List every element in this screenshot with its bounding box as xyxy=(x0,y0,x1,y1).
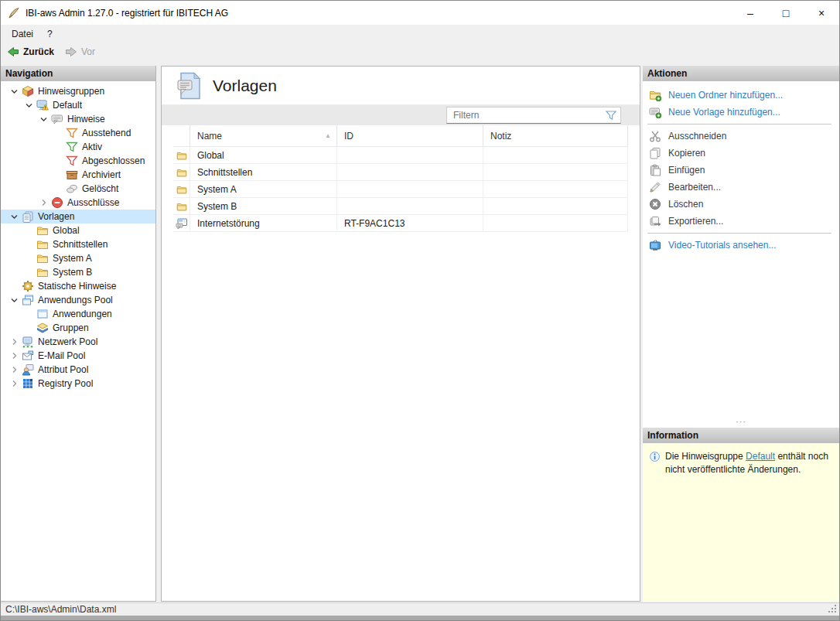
nav-item-aktiv[interactable]: Aktiv xyxy=(1,140,155,154)
panel-splitter[interactable]: ··· xyxy=(643,419,839,428)
chevron-right-icon[interactable] xyxy=(7,336,22,348)
nav-item-netzwerk-pool[interactable]: Netzwerk Pool xyxy=(1,335,155,349)
email-icon xyxy=(22,350,34,362)
column-header-notiz[interactable]: Notiz xyxy=(483,125,628,147)
close-button[interactable]: × xyxy=(804,1,839,25)
nav-item-default[interactable]: Default xyxy=(1,98,155,112)
table-row[interactable]: Internetstörung RT-F9AC1C13 xyxy=(173,215,628,232)
person-icon xyxy=(22,363,34,376)
nav-item-statische-hinweise[interactable]: Statische Hinweise xyxy=(1,279,155,293)
nav-item-schnittstellen[interactable]: Schnittstellen xyxy=(1,237,155,251)
action-add-template[interactable]: Neue Vorlage hinzufügen... xyxy=(643,104,839,121)
nav-item-system-b[interactable]: System B xyxy=(1,265,155,279)
nav-item-anwendungen[interactable]: Anwendungen xyxy=(1,307,155,321)
menu-help[interactable]: ? xyxy=(40,29,60,39)
folder-icon xyxy=(176,167,188,178)
action-edit[interactable]: Bearbeiten... xyxy=(643,179,839,196)
funnel-green-icon xyxy=(66,141,78,153)
action-copy[interactable]: Kopieren xyxy=(643,145,839,162)
export-icon xyxy=(649,215,661,227)
folder-icon xyxy=(36,266,49,278)
delete-circle-icon xyxy=(649,198,661,210)
menu-datei[interactable]: Datei xyxy=(5,29,40,39)
toolbar: Zurück Vor xyxy=(1,43,839,61)
forward-arrow-icon xyxy=(65,46,77,58)
nav-item-hinweise[interactable]: Hinweise xyxy=(1,112,155,126)
column-header-id[interactable]: ID xyxy=(337,125,483,147)
nav-item-anwendungs-pool[interactable]: Anwendungs Pool xyxy=(1,293,155,307)
action-delete[interactable]: Löschen xyxy=(643,196,839,213)
actions-list: Neuen Ordner hinzufügen... Neue Vorlage … xyxy=(643,81,839,428)
forward-button[interactable]: Vor xyxy=(65,46,95,58)
chevron-down-icon[interactable] xyxy=(22,99,36,111)
information-message: Die Hinweisgruppe Default enthält noch n… xyxy=(665,450,833,602)
archive-box-icon xyxy=(66,169,78,181)
nav-item-global[interactable]: Global xyxy=(1,223,155,237)
back-button[interactable]: Zurück xyxy=(7,46,54,58)
chevron-down-icon[interactable] xyxy=(7,85,22,97)
action-export[interactable]: Exportieren... xyxy=(643,213,839,230)
filter-funnel-icon[interactable] xyxy=(605,109,617,121)
nav-item-gruppen[interactable]: Gruppen xyxy=(1,321,155,335)
actions-separator xyxy=(647,124,831,125)
menu-bar: Datei ? xyxy=(1,25,839,43)
action-video-tutorials[interactable]: Video-Tutorials ansehen... xyxy=(643,237,839,254)
maximize-button[interactable]: □ xyxy=(768,1,804,25)
column-header-name[interactable]: Name ▲ xyxy=(190,125,337,147)
nav-item-ausschluesse[interactable]: Ausschlüsse xyxy=(1,196,155,210)
title-bar: IBI-aws Admin 1.27.0 - registriert für I… xyxy=(1,1,839,25)
forward-label: Vor xyxy=(81,46,95,57)
filter-input[interactable] xyxy=(447,110,605,121)
info-icon xyxy=(649,451,661,462)
tv-icon xyxy=(649,239,661,251)
table-row[interactable]: System A xyxy=(173,181,628,198)
chevron-right-icon[interactable] xyxy=(7,377,22,390)
status-file-path: C:\IBI-aws\Admin\Data.xml xyxy=(5,604,116,615)
column-header-icon[interactable] xyxy=(173,125,190,147)
minimize-button[interactable]: – xyxy=(732,1,768,25)
folder-icon xyxy=(176,150,188,161)
chevron-down-icon[interactable] xyxy=(7,294,22,306)
resize-grip[interactable] xyxy=(828,604,838,614)
folder-icon xyxy=(36,224,49,237)
nav-item-ausstehend[interactable]: Ausstehend xyxy=(1,126,155,140)
chevron-right-icon[interactable] xyxy=(7,363,22,376)
table-row[interactable]: Global xyxy=(173,147,628,164)
applications-pool-icon xyxy=(22,294,34,306)
default-group-link[interactable]: Default xyxy=(746,451,775,462)
filter-bar xyxy=(162,105,640,125)
action-add-folder[interactable]: Neuen Ordner hinzufügen... xyxy=(643,87,839,104)
chevron-right-icon[interactable] xyxy=(36,196,51,209)
chevron-down-icon[interactable] xyxy=(36,113,51,125)
vorlagen-pages-icon xyxy=(22,210,34,223)
table-row[interactable]: Schnittstellen xyxy=(173,164,628,181)
template-icon xyxy=(176,217,188,230)
chevron-right-icon[interactable] xyxy=(7,350,22,362)
default-group-icon xyxy=(36,99,49,111)
folder-icon xyxy=(176,184,188,195)
nav-item-vorlagen[interactable]: Vorlagen xyxy=(1,210,155,223)
nav-item-attribut-pool[interactable]: Attribut Pool xyxy=(1,363,155,377)
nav-item-email-pool[interactable]: E-Mail Pool xyxy=(1,349,155,363)
app-window: IBI-aws Admin 1.27.0 - registriert für I… xyxy=(0,0,840,621)
hinweisgruppen-icon xyxy=(22,85,34,97)
content-header: Vorlagen xyxy=(162,67,640,105)
deleted-icon xyxy=(66,183,78,195)
groups-layers-icon xyxy=(36,322,49,334)
information-panel: Die Hinweisgruppe Default enthält noch n… xyxy=(643,443,839,602)
action-cut[interactable]: Ausschneiden xyxy=(643,128,839,145)
nav-item-geloescht[interactable]: Gelöscht xyxy=(1,182,155,196)
action-paste[interactable]: Einfügen xyxy=(643,162,839,179)
nav-item-hinweisgruppen[interactable]: Hinweisgruppen xyxy=(1,84,155,98)
navigation-panel: Navigation Hinweisgruppen Default Hinwei… xyxy=(1,66,156,602)
back-label: Zurück xyxy=(23,46,54,57)
nav-item-registry-pool[interactable]: Registry Pool xyxy=(1,377,155,391)
folder-plus-icon xyxy=(649,89,661,101)
gear-icon xyxy=(22,280,34,292)
table-row[interactable]: System B xyxy=(173,198,628,215)
folder-icon xyxy=(36,252,49,264)
nav-item-archiviert[interactable]: Archiviert xyxy=(1,168,155,182)
chevron-down-icon[interactable] xyxy=(7,210,22,223)
nav-item-abgeschlossen[interactable]: Abgeschlossen xyxy=(1,154,155,168)
nav-item-system-a[interactable]: System A xyxy=(1,251,155,265)
